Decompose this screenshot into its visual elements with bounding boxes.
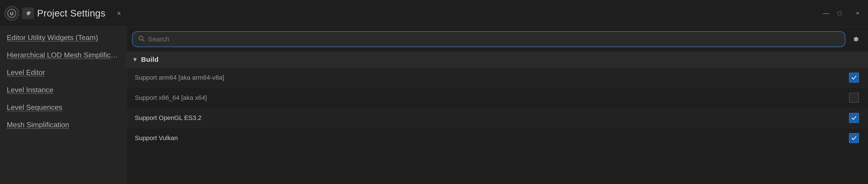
sidebar-item-level-editor[interactable]: Level Editor [0, 64, 126, 81]
setting-row-vulkan: Support Vulkan [127, 128, 868, 148]
settings-icon [22, 7, 34, 19]
build-section-header[interactable]: ▼ Build [127, 52, 868, 68]
checkbox-vulkan[interactable] [848, 132, 860, 144]
checkbox-arm64[interactable] [848, 72, 860, 84]
maximize-button[interactable]: □ [834, 7, 845, 19]
sidebar-item-level-sequences[interactable]: Level Sequences [0, 99, 126, 116]
title-bar-controls: — □ × [820, 7, 864, 19]
close-button[interactable]: × [113, 7, 125, 19]
search-bar-container [127, 27, 868, 52]
checkbox-checked-opengl [849, 113, 859, 123]
checkbox-checked-arm64 [849, 73, 859, 83]
build-section-title: Build [141, 56, 159, 63]
sidebar-item-editor-utility-widgets[interactable]: Editor Utility Widgets (Team) [0, 29, 126, 47]
settings-gear-button[interactable] [848, 32, 863, 47]
svg-line-3 [143, 39, 145, 41]
setting-row-opengl: Support OpenGL ES3.2 [127, 108, 868, 128]
checkbox-x86[interactable] [848, 92, 860, 104]
setting-label-vulkan: Support Vulkan [135, 134, 848, 142]
sidebar-item-mesh-simplification[interactable]: Mesh Simplification [0, 116, 126, 133]
sidebar-item-level-instance[interactable]: Level Instance [0, 81, 126, 99]
search-input[interactable] [148, 35, 839, 43]
checkbox-opengl[interactable] [848, 112, 860, 124]
search-input-wrapper [132, 31, 845, 47]
setting-label-arm64: Support arm64 [aka arm64-v8a] [135, 74, 848, 81]
setting-row-arm64: Support arm64 [aka arm64-v8a] [127, 68, 868, 88]
checkbox-checked-vulkan [849, 133, 859, 143]
title-bar-left: U Project Settings × [4, 6, 125, 21]
setting-row-x86: Support x86_64 [aka x64] [127, 88, 868, 108]
sidebar: Editor Utility Widgets (Team) Hierarchic… [0, 27, 127, 184]
window-title: Project Settings [37, 8, 105, 19]
main-content: Editor Utility Widgets (Team) Hierarchic… [0, 27, 868, 184]
search-icon [138, 35, 145, 43]
section-collapse-arrow: ▼ [132, 56, 138, 63]
checkbox-unchecked-x86 [849, 93, 859, 103]
sidebar-item-hierarchical-lod[interactable]: Hierarchical LOD Mesh Simplification [0, 47, 126, 64]
window-close-button[interactable]: × [852, 7, 864, 19]
ue-logo-icon: U [4, 6, 19, 21]
svg-text:U: U [10, 11, 13, 16]
minimize-button[interactable]: — [820, 7, 832, 19]
title-bar: U Project Settings × — □ × [0, 0, 868, 27]
setting-label-opengl: Support OpenGL ES3.2 [135, 114, 848, 122]
setting-label-x86: Support x86_64 [aka x64] [135, 94, 848, 101]
right-panel: ▼ Build Support arm64 [aka arm64-v8a] Su… [127, 27, 868, 184]
settings-content: ▼ Build Support arm64 [aka arm64-v8a] Su… [127, 52, 868, 184]
